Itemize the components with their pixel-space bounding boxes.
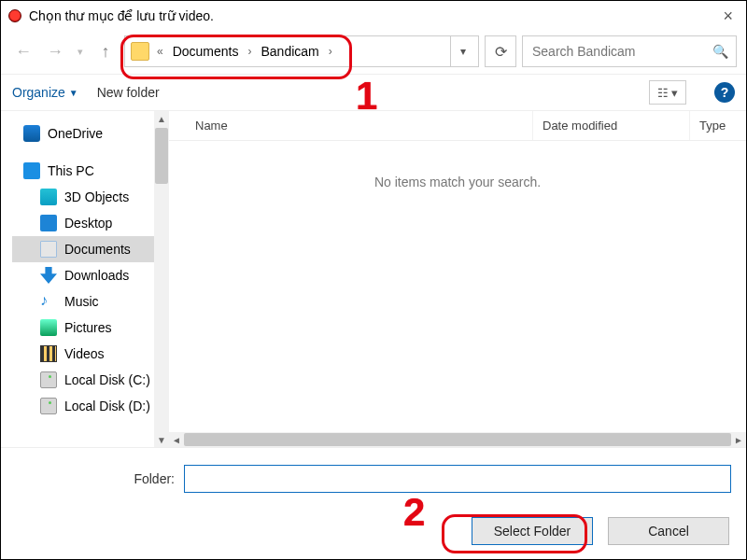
breadcrumb-item-bandicam[interactable]: Bandicam	[256, 40, 325, 63]
tree-label: OneDrive	[48, 126, 103, 141]
col-name[interactable]: Name	[186, 111, 533, 140]
view-options-button[interactable]: ☷ ▾	[649, 80, 686, 105]
column-headers: Name Date modified Type	[169, 111, 746, 141]
breadcrumb-item-documents[interactable]: Documents	[167, 40, 245, 63]
organize-label: Organize	[12, 85, 65, 100]
search-icon: 🔍	[712, 44, 728, 59]
tree-3d-objects[interactable]: 3D Objects	[12, 184, 165, 210]
tree-scrollbar[interactable]: ▲ ▼	[154, 111, 169, 447]
tree-music[interactable]: ♪ Music	[12, 288, 165, 315]
tree-videos[interactable]: Videos	[12, 341, 165, 367]
new-folder-button[interactable]: New folder	[97, 85, 160, 100]
content-pane: Name Date modified Type No items match y…	[169, 111, 746, 447]
breadcrumb-overflow[interactable]: «	[153, 45, 167, 58]
title-bar: Chọn thư mục để lưu trữ video. ×	[1, 1, 746, 31]
up-button[interactable]: ↑	[92, 38, 119, 64]
history-dropdown-icon[interactable]: ▾	[74, 46, 87, 58]
col-date[interactable]: Date modified	[533, 111, 690, 140]
close-icon[interactable]: ×	[715, 7, 740, 26]
search-input[interactable]	[530, 43, 707, 60]
select-folder-button[interactable]: Select Folder	[472, 517, 593, 545]
tree-label: 3D Objects	[64, 189, 129, 204]
scroll-down-icon[interactable]: ▼	[154, 432, 169, 447]
scroll-thumb[interactable]	[184, 433, 731, 446]
search-box[interactable]: 🔍	[522, 35, 737, 67]
drive-icon	[40, 398, 57, 414]
empty-message: No items match your search.	[169, 175, 746, 189]
tree-drive-d[interactable]: Local Disk (D:)	[12, 393, 165, 419]
nav-row: ← → ▾ ↑ « Documents › Bandicam › ▾ ⟳ 🔍	[1, 31, 746, 74]
folder-label: Folder:	[16, 471, 175, 486]
scroll-up-icon[interactable]: ▲	[154, 111, 169, 126]
tree-drive-c[interactable]: Local Disk (C:)	[12, 367, 165, 393]
record-icon	[8, 9, 21, 22]
body: OneDrive This PC 3D Objects Desktop Docu…	[1, 111, 746, 447]
breadcrumb[interactable]: « Documents › Bandicam › ▾	[124, 35, 479, 67]
chevron-right-icon: ›	[245, 45, 256, 58]
col-type[interactable]: Type	[690, 111, 746, 140]
tree-documents[interactable]: Documents	[12, 236, 165, 262]
tree-onedrive[interactable]: OneDrive	[12, 120, 165, 147]
tree-label: Local Disk (D:)	[64, 399, 150, 413]
navigation-tree: OneDrive This PC 3D Objects Desktop Docu…	[1, 111, 169, 447]
folder-input[interactable]	[184, 465, 731, 493]
pc-icon	[23, 162, 40, 179]
forward-button[interactable]: →	[42, 38, 68, 64]
breadcrumb-dropdown-icon[interactable]: ▾	[450, 36, 474, 66]
tree-desktop[interactable]: Desktop	[12, 210, 165, 236]
scroll-right-icon[interactable]: ►	[731, 435, 746, 445]
tree-downloads[interactable]: Downloads	[12, 262, 165, 288]
scroll-left-icon[interactable]: ◄	[169, 435, 184, 445]
desktop-icon	[40, 215, 57, 231]
tree-label: Videos	[64, 346, 105, 361]
cube-icon	[40, 189, 57, 205]
chevron-down-icon: ▼	[69, 88, 78, 98]
drive-icon	[40, 371, 57, 388]
button-row: Select Folder Cancel	[16, 517, 731, 545]
documents-icon	[40, 241, 57, 258]
download-icon	[40, 267, 57, 284]
tree-this-pc[interactable]: This PC	[12, 158, 165, 184]
organize-menu[interactable]: Organize ▼	[12, 85, 78, 100]
footer: Folder: Select Folder Cancel	[1, 447, 746, 557]
tree-pictures[interactable]: Pictures	[12, 315, 165, 341]
refresh-button[interactable]: ⟳	[485, 35, 516, 67]
content-h-scrollbar[interactable]: ◄ ►	[169, 432, 746, 447]
scroll-thumb[interactable]	[155, 128, 168, 184]
window-title: Chọn thư mục để lưu trữ video.	[29, 8, 715, 23]
help-icon[interactable]: ?	[714, 82, 735, 103]
tree-label: Local Disk (C:)	[64, 372, 150, 387]
onedrive-icon	[23, 125, 40, 142]
folder-row: Folder:	[16, 465, 731, 493]
chevron-right-icon: ›	[325, 45, 336, 58]
back-button[interactable]: ←	[10, 38, 36, 64]
tree-label: Downloads	[64, 268, 129, 283]
videos-icon	[40, 345, 57, 362]
cancel-button[interactable]: Cancel	[608, 517, 729, 545]
tree-label: Pictures	[64, 320, 112, 335]
toolbar: Organize ▼ New folder ☷ ▾ ?	[1, 74, 746, 111]
tree-label: This PC	[48, 163, 94, 178]
music-icon: ♪	[40, 293, 57, 310]
tree-label: Documents	[64, 242, 131, 257]
pictures-icon	[40, 319, 57, 336]
folder-icon	[131, 42, 149, 61]
tree-label: Desktop	[64, 216, 112, 231]
tree-label: Music	[64, 294, 99, 309]
